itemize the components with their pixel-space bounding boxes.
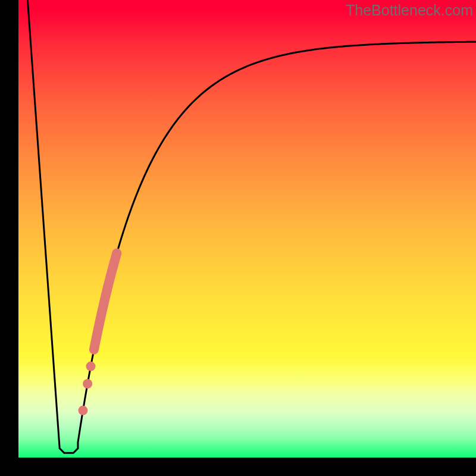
chart-overlay	[18, 0, 476, 458]
highlight-dot	[78, 406, 87, 415]
bottleneck-curve	[27, 0, 476, 453]
highlight-segment	[94, 253, 117, 350]
highlight-dots	[78, 362, 95, 415]
highlight-dot	[86, 362, 96, 371]
watermark-text: TheBottleneck.com	[346, 2, 473, 19]
highlight-dot	[83, 379, 92, 389]
plot-area: TheBottleneck.com	[18, 0, 476, 458]
